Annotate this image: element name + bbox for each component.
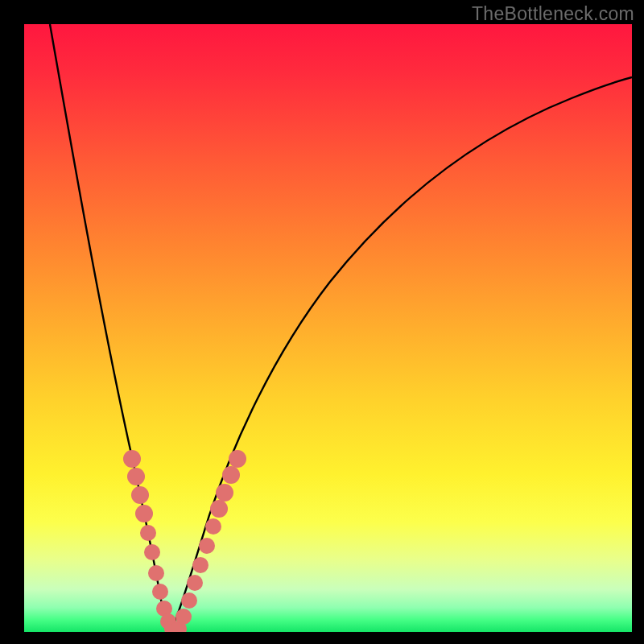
data-dot xyxy=(127,468,145,485)
data-dot xyxy=(123,450,141,468)
watermark-text: TheBottleneck.com xyxy=(472,3,634,25)
data-dot xyxy=(181,592,197,609)
data-dot xyxy=(152,584,168,600)
valley-dot-cluster xyxy=(123,450,246,632)
data-dot xyxy=(222,466,240,484)
data-dot xyxy=(148,565,164,581)
curve-layer xyxy=(24,24,632,632)
data-dot xyxy=(135,505,153,522)
data-dot xyxy=(192,557,208,573)
data-dot xyxy=(199,538,215,554)
data-dot xyxy=(229,450,246,468)
data-dot xyxy=(131,486,149,504)
data-dot xyxy=(210,500,228,518)
bottleneck-curve-right xyxy=(171,77,632,630)
plot-area xyxy=(24,24,632,632)
data-dot xyxy=(175,609,192,625)
data-dot xyxy=(140,525,156,541)
data-dot xyxy=(205,518,221,535)
data-dot xyxy=(216,484,233,502)
chart-stage: TheBottleneck.com xyxy=(0,0,644,644)
data-dot xyxy=(144,544,160,560)
data-dot xyxy=(187,575,203,591)
